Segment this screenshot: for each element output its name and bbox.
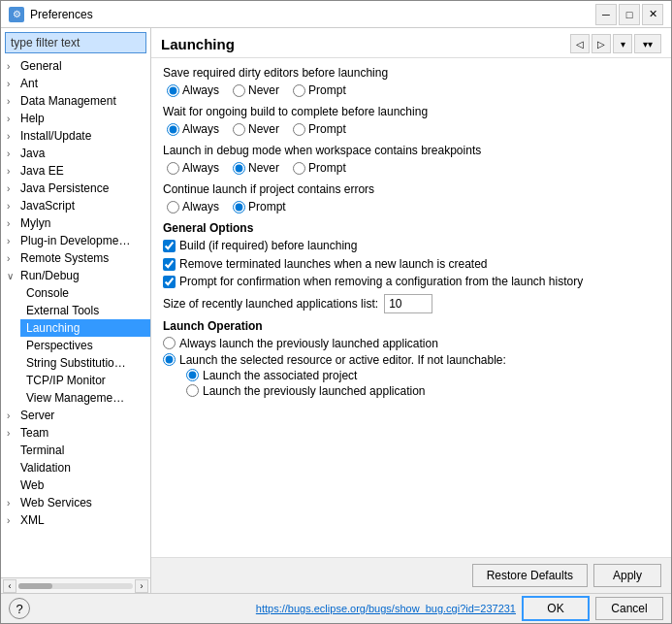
launch-always-previous-radio[interactable] [163, 337, 176, 349]
remove-terminated-option: Remove terminated launches when a new la… [163, 257, 659, 273]
scroll-right-btn[interactable]: › [135, 579, 148, 593]
sidebar-item-java-ee[interactable]: › Java EE [1, 162, 150, 180]
project-errors-prompt-radio[interactable] [233, 201, 245, 213]
remove-terminated-label[interactable]: Remove terminated launches when a new la… [179, 257, 488, 273]
preferences-window: ⚙ Preferences ─ □ ✕ › General › Ant [0, 0, 672, 624]
remove-terminated-checkbox[interactable] [163, 258, 176, 271]
ongoing-build-prompt-radio[interactable] [293, 123, 305, 136]
prompt-confirmation-checkbox[interactable] [163, 276, 176, 288]
launch-always-previous[interactable]: Always launch the previously launched ap… [163, 337, 659, 350]
sidebar-scrollbar[interactable]: ‹ › [1, 577, 150, 593]
sidebar-item-terminal[interactable]: › Terminal [1, 442, 150, 459]
ongoing-build-never[interactable]: Never [233, 122, 279, 136]
sidebar-item-web-services[interactable]: › Web Services [1, 494, 150, 511]
debug-mode-always[interactable]: Always [167, 161, 219, 175]
ongoing-build-label: Wait for ongoing build to complete befor… [163, 105, 659, 118]
sidebar-item-help[interactable]: › Help [1, 110, 150, 127]
dirty-editors-prompt-radio[interactable] [293, 84, 305, 97]
sidebar-item-javascript[interactable]: › JavaScript [1, 197, 150, 214]
expand-arrow: › [7, 253, 20, 264]
expand-arrow: › [7, 428, 20, 439]
sidebar-item-external-tools[interactable]: External Tools [20, 302, 150, 319]
project-errors-always-radio[interactable] [167, 201, 179, 213]
help-button[interactable]: ? [9, 598, 30, 619]
prompt-confirmation-label[interactable]: Prompt for confirmation when removing a … [179, 275, 583, 290]
sidebar-item-server[interactable]: › Server [1, 407, 150, 424]
sidebar-item-console[interactable]: Console [20, 284, 150, 302]
status-link[interactable]: https://bugs.eclipse.org/bugs/show_bug.c… [256, 603, 516, 614]
sidebar-item-data-management[interactable]: › Data Management [1, 92, 150, 110]
build-before-launch-label[interactable]: Build (if required) before launching [179, 239, 357, 254]
search-input[interactable] [5, 32, 146, 53]
launch-previously-launched[interactable]: Launch the previously launched applicati… [186, 384, 659, 398]
build-before-launch-checkbox[interactable] [163, 240, 176, 252]
dropdown1-button[interactable]: ▾ [613, 34, 632, 53]
expand-arrow: › [7, 236, 20, 246]
sidebar-child-label: String Substitutio… [26, 356, 126, 370]
back-button[interactable]: ◁ [570, 34, 590, 53]
debug-mode-always-radio[interactable] [167, 162, 179, 175]
ongoing-build-never-radio[interactable] [233, 123, 245, 136]
ongoing-build-prompt[interactable]: Prompt [293, 122, 346, 136]
expand-arrow: › [7, 148, 20, 159]
ongoing-build-always[interactable]: Always [167, 122, 219, 136]
sidebar-item-xml[interactable]: › XML [1, 511, 150, 529]
sidebar-item-java-persistence[interactable]: › Java Persistence [1, 180, 150, 197]
dirty-editors-always-label: Always [182, 83, 219, 97]
launch-associated-project[interactable]: Launch the associated project [186, 369, 659, 382]
dirty-editors-always[interactable]: Always [167, 83, 219, 97]
sidebar-item-launching[interactable]: Launching [20, 319, 150, 337]
launch-previously-launched-radio[interactable] [186, 384, 199, 397]
close-button[interactable]: ✕ [642, 4, 663, 25]
minimize-button[interactable]: ─ [595, 4, 617, 25]
sidebar-item-java[interactable]: › Java [1, 145, 150, 162]
launch-selected-resource-radio[interactable] [163, 353, 176, 366]
scroll-track[interactable] [18, 583, 133, 589]
cancel-button[interactable]: Cancel [595, 597, 663, 620]
debug-mode-prompt[interactable]: Prompt [293, 161, 346, 175]
sidebar-item-validation[interactable]: › Validation [1, 459, 150, 476]
apply-button[interactable]: Apply [593, 564, 661, 587]
project-errors-always[interactable]: Always [167, 200, 219, 213]
ongoing-build-always-radio[interactable] [167, 123, 179, 136]
sidebar-item-mylyn[interactable]: › Mylyn [1, 214, 150, 232]
debug-mode-options: Always Never Prompt [163, 161, 659, 175]
launch-selected-resource[interactable]: Launch the selected resource or active e… [163, 353, 659, 367]
sidebar-item-run-debug[interactable]: ∨ Run/Debug [1, 267, 150, 284]
forward-button[interactable]: ▷ [592, 34, 611, 53]
sidebar-item-remote-systems[interactable]: › Remote Systems [1, 249, 150, 267]
sidebar-item-plugin-development[interactable]: › Plug-in Developme… [1, 232, 150, 249]
dirty-editors-prompt[interactable]: Prompt [293, 83, 346, 97]
project-errors-prompt[interactable]: Prompt [233, 200, 286, 213]
debug-mode-never[interactable]: Never [233, 161, 279, 175]
dirty-editors-never[interactable]: Never [233, 83, 279, 97]
panel-content: Save required dirty editors before launc… [151, 58, 671, 557]
sub-radios: Launch the associated project Launch the… [163, 369, 659, 398]
dirty-editors-prompt-label: Prompt [308, 83, 346, 97]
sidebar-item-tcpip-monitor[interactable]: TCP/IP Monitor [20, 372, 150, 389]
sidebar-item-general[interactable]: › General [1, 57, 150, 75]
sidebar-item-perspectives[interactable]: Perspectives [20, 337, 150, 354]
dropdown2-button[interactable]: ▾▾ [634, 34, 661, 53]
build-before-launch-option: Build (if required) before launching [163, 239, 659, 254]
ok-button[interactable]: OK [522, 596, 590, 621]
size-input[interactable] [384, 294, 432, 313]
scroll-left-btn[interactable]: ‹ [3, 579, 16, 593]
debug-mode-prompt-radio[interactable] [293, 162, 305, 175]
sidebar-item-install-update[interactable]: › Install/Update [1, 127, 150, 145]
debug-mode-never-radio[interactable] [233, 162, 245, 175]
sidebar-item-web[interactable]: › Web [1, 476, 150, 494]
maximize-button[interactable]: □ [619, 4, 640, 25]
sidebar-item-string-substitution[interactable]: String Substitutio… [20, 354, 150, 372]
dirty-editors-never-radio[interactable] [233, 84, 245, 97]
sidebar-item-label: Terminal [20, 443, 146, 457]
launch-associated-project-radio[interactable] [186, 369, 199, 381]
sidebar-item-team[interactable]: › Team [1, 424, 150, 442]
sidebar-child-label: Console [26, 286, 69, 300]
dirty-editors-always-radio[interactable] [167, 84, 179, 97]
main-content: › General › Ant › Data Management › Help [1, 28, 671, 593]
sidebar-item-ant[interactable]: › Ant [1, 75, 150, 92]
restore-defaults-button[interactable]: Restore Defaults [472, 564, 588, 587]
launch-associated-project-label: Launch the associated project [203, 369, 357, 382]
sidebar-item-view-management[interactable]: View Manageme… [20, 389, 150, 407]
